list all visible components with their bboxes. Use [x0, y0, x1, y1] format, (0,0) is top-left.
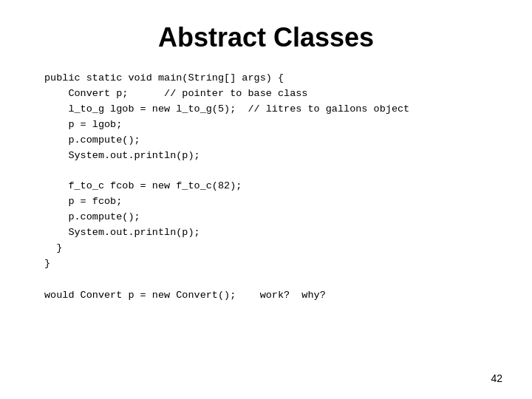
code-block: public static void main(String[] args) {…: [44, 71, 502, 272]
page-number: 42: [491, 372, 502, 384]
bottom-text: would Convert p = new Convert(); work? w…: [44, 290, 502, 301]
slide-container: Abstract Classes public static void main…: [0, 0, 532, 399]
slide-title: Abstract Classes: [30, 22, 502, 53]
